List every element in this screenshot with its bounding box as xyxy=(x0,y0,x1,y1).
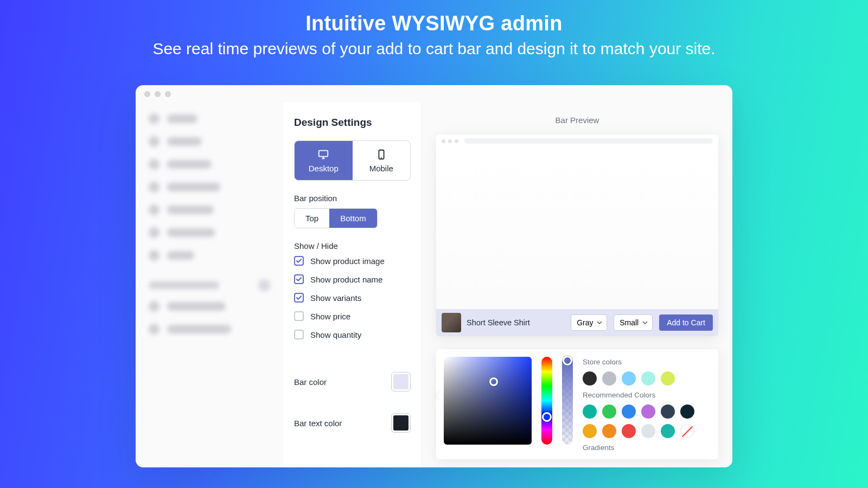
device-mobile-label: Mobile xyxy=(369,164,393,173)
recommended-colors-label: Recommended Colors xyxy=(583,391,711,399)
option-variants[interactable]: Show variants xyxy=(294,293,411,303)
recommended-color-swatch[interactable] xyxy=(641,424,655,438)
option-label: Show product name xyxy=(310,275,382,284)
sidebar-item[interactable] xyxy=(149,136,270,147)
saturation-value-field[interactable] xyxy=(444,357,532,445)
hero-subtitle: See real time previews of your add to ca… xyxy=(152,40,715,58)
checkbox-name[interactable] xyxy=(294,274,304,284)
bar-position-top[interactable]: Top xyxy=(295,209,329,228)
recommended-color-swatch[interactable] xyxy=(583,424,597,438)
recommended-color-swatch[interactable] xyxy=(661,424,675,438)
sidebar-item[interactable] xyxy=(149,227,270,238)
checkbox-variants[interactable] xyxy=(294,293,304,303)
hue-slider[interactable] xyxy=(541,357,552,445)
add-to-cart-button[interactable]: Add to Cart xyxy=(659,314,713,331)
bar-color-label: Bar color xyxy=(294,377,327,387)
sidebar-item[interactable] xyxy=(149,250,270,261)
add-to-cart-bar: Short Sleeve Shirt Gray Small Add to Car… xyxy=(436,309,718,336)
option-label: Show price xyxy=(310,312,350,321)
desktop-icon xyxy=(317,149,329,160)
option-quantity[interactable]: Show quantity xyxy=(294,330,411,339)
preview-browser: Short Sleeve Shirt Gray Small Add to Car… xyxy=(436,134,718,336)
store-color-swatch[interactable] xyxy=(583,371,597,386)
sidebar-item[interactable] xyxy=(149,159,270,170)
store-color-swatch[interactable] xyxy=(622,371,636,386)
svg-rect-0 xyxy=(319,150,328,156)
recommended-color-swatch[interactable] xyxy=(622,424,636,438)
device-desktop-label: Desktop xyxy=(309,164,339,173)
sidebar-item[interactable] xyxy=(149,113,270,124)
app-window: Design Settings Desktop Mobile Bar posit… xyxy=(136,85,732,467)
recommended-color-swatch[interactable] xyxy=(622,404,636,419)
sv-cursor[interactable] xyxy=(489,377,498,386)
option-label: Show product image xyxy=(310,256,385,266)
color-picker: Store colors Recommended Colors Gradient… xyxy=(436,349,718,459)
alpha-cursor[interactable] xyxy=(563,356,572,365)
option-label: Show quantity xyxy=(310,330,361,339)
bar-position-bottom[interactable]: Bottom xyxy=(329,209,377,228)
device-desktop-tab[interactable]: Desktop xyxy=(295,141,353,180)
recommended-color-swatch[interactable] xyxy=(661,404,675,419)
preview-column: Bar Preview Short Sleeve Shirt Gray Smal… xyxy=(422,102,732,467)
checkbox-image[interactable] xyxy=(294,256,304,266)
recommended-color-swatch[interactable] xyxy=(680,404,694,419)
sidebar-channel-item[interactable] xyxy=(149,324,270,335)
show-hide-label: Show / Hide xyxy=(294,241,411,251)
gradients-label: Gradients xyxy=(583,444,711,452)
sidebar-item[interactable] xyxy=(149,182,270,192)
recommended-color-swatch[interactable] xyxy=(602,404,616,419)
checkbox-quantity[interactable] xyxy=(294,330,304,339)
store-color-swatch[interactable] xyxy=(602,371,616,386)
bar-text-color-label: Bar text color xyxy=(294,419,342,428)
hero-title: Intuitive WYSIWYG admin xyxy=(152,12,715,35)
option-name[interactable]: Show product name xyxy=(294,274,411,284)
option-price[interactable]: Show price xyxy=(294,311,411,321)
recommended-color-swatch[interactable] xyxy=(602,424,616,438)
settings-heading: Design Settings xyxy=(294,117,411,129)
device-toggle: Desktop Mobile xyxy=(294,140,411,181)
sidebar-channel-item[interactable] xyxy=(149,301,270,312)
variant-select-size[interactable]: Small xyxy=(614,314,653,331)
alpha-slider[interactable] xyxy=(562,357,573,445)
sidebar-item[interactable] xyxy=(149,204,270,215)
bar-position-toggle: Top Bottom xyxy=(294,208,378,228)
option-label: Show variants xyxy=(310,293,361,303)
admin-sidebar xyxy=(136,102,283,467)
checkbox-price[interactable] xyxy=(294,311,304,321)
store-color-swatch[interactable] xyxy=(641,371,655,386)
bar-text-color-swatch[interactable] xyxy=(391,413,411,433)
preview-page-body xyxy=(436,147,718,336)
bar-position-label: Bar position xyxy=(294,194,411,203)
device-mobile-tab[interactable]: Mobile xyxy=(353,141,411,180)
preview-title: Bar Preview xyxy=(556,115,599,125)
hue-cursor[interactable] xyxy=(542,412,552,422)
product-name: Short Sleeve Shirt xyxy=(467,318,564,327)
window-chrome xyxy=(136,85,732,102)
mobile-icon xyxy=(375,149,387,160)
svg-rect-2 xyxy=(381,157,382,158)
variant-select-color[interactable]: Gray xyxy=(571,314,607,331)
store-colors-label: Store colors xyxy=(583,358,711,366)
traffic-light-max[interactable] xyxy=(165,91,171,97)
store-color-swatch[interactable] xyxy=(661,371,675,386)
bar-color-swatch[interactable] xyxy=(391,372,411,391)
preview-browser-chrome xyxy=(436,134,718,147)
product-thumbnail xyxy=(442,313,461,332)
recommended-color-swatch[interactable] xyxy=(680,424,694,438)
recommended-color-swatch[interactable] xyxy=(583,404,597,419)
option-image[interactable]: Show product image xyxy=(294,256,411,266)
design-settings-panel: Design Settings Desktop Mobile Bar posit… xyxy=(283,102,422,467)
recommended-color-swatch[interactable] xyxy=(641,404,655,419)
traffic-light-close[interactable] xyxy=(144,91,150,97)
traffic-light-min[interactable] xyxy=(155,91,161,97)
